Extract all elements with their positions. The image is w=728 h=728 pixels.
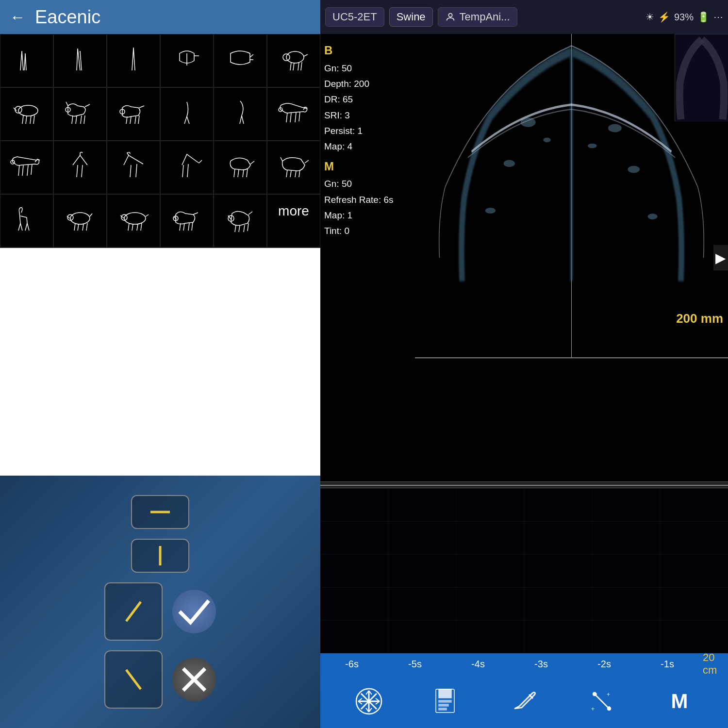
vertical-line-btn[interactable] bbox=[131, 539, 189, 573]
animal-cell-1[interactable] bbox=[0, 34, 53, 87]
measure-button[interactable]: + + bbox=[582, 682, 621, 721]
m-map: Map: 1 bbox=[324, 208, 411, 223]
map: Map: 4 bbox=[324, 139, 411, 154]
app-title: Eacenic bbox=[35, 7, 100, 28]
svg-line-13 bbox=[72, 116, 73, 124]
animal-cell-9[interactable] bbox=[107, 87, 160, 141]
animal-cell-21[interactable] bbox=[107, 194, 160, 248]
svg-point-74 bbox=[504, 160, 515, 167]
animal-cell-6[interactable] bbox=[267, 34, 320, 87]
animal-cell-10[interactable] bbox=[160, 87, 214, 141]
animal-cell-2[interactable] bbox=[53, 34, 107, 87]
bottom-controls bbox=[0, 476, 320, 728]
svg-line-24 bbox=[290, 113, 291, 122]
svg-line-37 bbox=[290, 171, 291, 177]
left-header: ← Eacenic bbox=[0, 0, 320, 34]
animal-cell-4[interactable] bbox=[160, 34, 214, 87]
usb-icon: ⚡ bbox=[658, 11, 670, 23]
svg-rect-108 bbox=[439, 704, 448, 706]
svg-line-26 bbox=[299, 112, 300, 121]
animal-cell-11[interactable] bbox=[214, 87, 267, 141]
timeline-unit: 20 cm bbox=[703, 651, 718, 677]
thumbnail-preview bbox=[675, 34, 728, 121]
svg-line-44 bbox=[83, 224, 83, 231]
tint: Tint: 0 bbox=[324, 223, 411, 239]
animal-cell-19[interactable] bbox=[0, 194, 53, 248]
svg-line-42 bbox=[74, 223, 75, 231]
dr: DR: 65 bbox=[324, 92, 411, 107]
m-mode-button[interactable]: M bbox=[660, 682, 699, 721]
animal-cell-13[interactable] bbox=[0, 141, 53, 194]
svg-line-56 bbox=[192, 222, 193, 231]
animal-cell-22[interactable] bbox=[160, 194, 214, 248]
animal-cell-23[interactable] bbox=[214, 194, 267, 248]
cancel-button[interactable] bbox=[172, 658, 216, 701]
ultrasound-main: B Gn: 50 Depth: 200 DR: 65 SRI: 3 Persis… bbox=[320, 34, 728, 481]
animal-cell-20[interactable] bbox=[53, 194, 107, 248]
animal-cell-14[interactable] bbox=[53, 141, 107, 194]
backslash-btn[interactable] bbox=[104, 650, 163, 709]
svg-line-30 bbox=[27, 165, 28, 176]
ultrasound-image: 200 mm ▶ bbox=[415, 34, 728, 481]
timeline-m3: -3s bbox=[510, 659, 573, 670]
animal-cell-16[interactable] bbox=[160, 141, 214, 194]
animal-cell-15[interactable] bbox=[107, 141, 160, 194]
animal-cell-5[interactable] bbox=[214, 34, 267, 87]
svg-rect-109 bbox=[439, 708, 447, 710]
animal-cell-8[interactable] bbox=[53, 87, 107, 141]
animal-grid: more bbox=[0, 34, 320, 248]
save-button[interactable] bbox=[427, 682, 466, 721]
horizontal-line-btn[interactable] bbox=[131, 495, 189, 529]
animal-cell-12[interactable] bbox=[267, 87, 320, 141]
more-menu-icon[interactable]: ⋯ bbox=[713, 11, 723, 23]
animal-cell-17[interactable] bbox=[214, 141, 267, 194]
user-selector[interactable]: TempAni... bbox=[438, 7, 517, 27]
svg-line-43 bbox=[78, 224, 79, 231]
timeline-m1: -1s bbox=[636, 659, 699, 670]
svg-line-36 bbox=[286, 170, 287, 177]
svg-point-68 bbox=[448, 14, 452, 17]
svg-line-33 bbox=[238, 170, 239, 177]
svg-point-77 bbox=[647, 214, 657, 219]
svg-line-10 bbox=[30, 116, 31, 124]
animal-cell-18[interactable] bbox=[267, 141, 320, 194]
probe-selector[interactable]: UC5-2ET bbox=[325, 7, 384, 27]
svg-line-64 bbox=[126, 602, 141, 621]
confirm-button[interactable] bbox=[172, 590, 216, 633]
divider-line bbox=[320, 485, 728, 486]
svg-line-38 bbox=[295, 171, 296, 177]
timeline-m5: -5s bbox=[383, 659, 447, 670]
edit-button[interactable] bbox=[505, 682, 544, 721]
freeze-button[interactable] bbox=[349, 682, 388, 721]
slash-btn[interactable] bbox=[104, 582, 163, 641]
b-mode-label: B bbox=[324, 41, 411, 61]
timeline: -6s -5s -4s -3s -2s -1s 20 cm bbox=[320, 653, 728, 675]
svg-line-54 bbox=[183, 224, 184, 231]
svg-point-78 bbox=[543, 138, 551, 143]
animal-cell-7[interactable] bbox=[0, 87, 53, 141]
svg-line-59 bbox=[239, 226, 240, 232]
more-button[interactable]: more bbox=[267, 194, 320, 248]
b-gn: Gn: 50 bbox=[324, 61, 411, 76]
svg-line-35 bbox=[247, 169, 248, 177]
svg-point-79 bbox=[588, 144, 597, 149]
svg-line-2 bbox=[290, 62, 291, 70]
sun-icon: ☀ bbox=[645, 11, 654, 23]
svg-text:+: + bbox=[607, 691, 610, 698]
bottom-toolbar: + + M bbox=[320, 675, 728, 728]
svg-line-21 bbox=[138, 116, 139, 124]
svg-line-29 bbox=[22, 165, 23, 176]
svg-point-114 bbox=[593, 693, 596, 695]
animal-cell-3[interactable] bbox=[107, 34, 160, 87]
svg-line-14 bbox=[76, 116, 77, 124]
expand-arrow[interactable]: ▶ bbox=[713, 245, 728, 271]
svg-line-58 bbox=[235, 225, 236, 232]
svg-line-34 bbox=[243, 170, 244, 177]
depth: Depth: 200 bbox=[324, 76, 411, 92]
m-label: M bbox=[671, 690, 688, 713]
svg-point-115 bbox=[608, 707, 611, 710]
action-row bbox=[104, 582, 216, 641]
mode-selector[interactable]: Swine bbox=[389, 7, 433, 27]
svg-line-55 bbox=[188, 223, 189, 231]
back-button[interactable]: ← bbox=[10, 8, 25, 26]
